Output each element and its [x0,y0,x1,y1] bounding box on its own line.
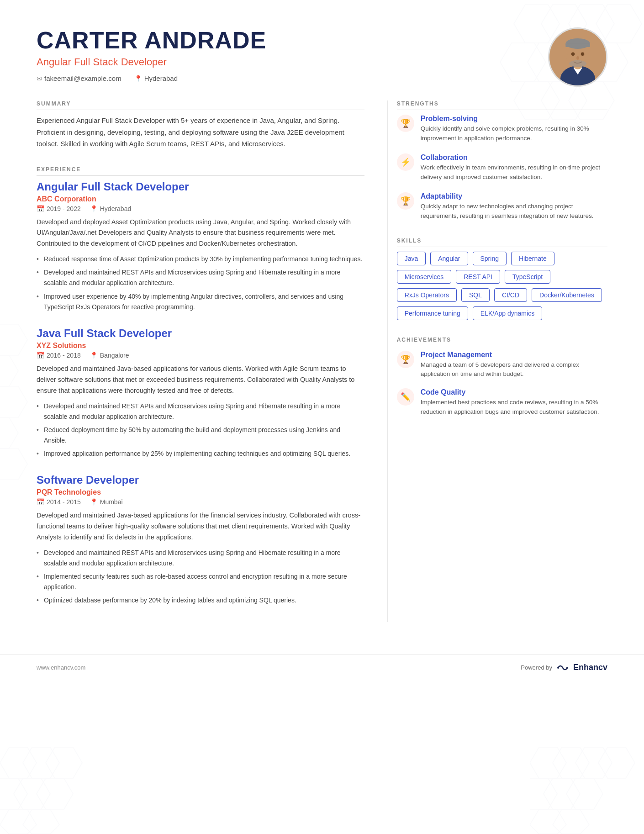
contact-row: ✉ fakeemail@example.com 📍 Hyderabad [37,74,548,82]
trophy-icon-3: 🏆 [397,351,414,368]
location-icon: 📍 [134,75,142,82]
svg-marker-17 [0,809,37,834]
location-contact: 📍 Hyderabad [134,74,178,82]
candidate-name: CARTER ANDRADE [37,27,548,53]
footer: www.enhancv.com Powered by Enhancv [0,654,644,681]
svg-point-44 [564,52,567,58]
exp-desc-1: Developed and deployed Asset Optimizatio… [37,217,364,250]
bullet-item: Improved application performance by 25% … [37,449,364,459]
bullet-item: Developed and maintained REST APIs and M… [37,548,364,569]
svg-marker-13 [46,747,82,778]
exp-entry-3: Software Developer PQR Technologies 📅 20… [37,474,364,606]
bullet-item: Implemented security features such as ro… [37,571,364,592]
footer-brand: Powered by Enhancv [521,663,607,672]
strength-content-2: Collaboration Work effectively in team e… [421,153,607,182]
svg-point-46 [557,667,559,669]
exp-title-1: Angular Full Stack Developer [37,180,364,193]
exp-bullets-2: Developed and maintained REST APIs and M… [37,401,364,459]
bullet-item: Optimized database performance by 20% by… [37,595,364,606]
email-value: fakeemail@example.com [44,74,121,82]
svg-marker-27 [553,809,589,834]
summary-section: SUMMARY Experienced Angular Full Stack D… [37,100,364,150]
trophy-icon-1: 🏆 [397,115,414,132]
skill-angular: Angular [430,252,468,265]
svg-marker-11 [0,747,37,778]
achievement-title-1: Project Management [421,351,607,359]
svg-marker-31 [0,417,18,449]
exp-meta-1: 📅 2019 - 2022 📍 Hyderabad [37,205,364,212]
strength-collaboration: ⚡ Collaboration Work effectively in team… [397,153,607,182]
exp-title-2: Java Full Stack Developer [37,327,364,340]
achievement-desc-2: Implemented best practices and code revi… [421,398,607,417]
svg-point-43 [569,60,586,67]
exp-company-1: ABC Corporation [37,195,364,203]
avatar-image [549,29,606,85]
skill-spring: Spring [473,252,507,265]
skill-restapi: REST API [456,270,500,284]
resume-page: CARTER ANDRADE Angular Full Stack Develo… [0,0,644,834]
skill-performance: Performance tuning [397,306,468,320]
email-contact: ✉ fakeemail@example.com [37,74,121,82]
svg-rect-39 [565,43,590,47]
skill-cicd: CI/CD [494,288,527,302]
exp-bullets-1: Reduced response time of Asset Optimizat… [37,254,364,312]
strength-adaptability: 🏆 Adaptability Quickly adapt to new tech… [397,192,607,221]
location-icon-2: 📍 [90,352,98,359]
skill-sql: SQL [461,288,490,302]
svg-marker-19 [530,747,566,778]
svg-marker-25 [566,778,603,809]
exp-location-2: 📍 Bangalore [90,352,129,359]
resume-header: CARTER ANDRADE Angular Full Stack Develo… [0,0,644,100]
svg-marker-24 [544,778,580,809]
skill-java: Java [397,252,426,265]
skill-typescript: TypeScript [505,270,550,284]
location-icon-3: 📍 [90,498,98,506]
footer-website: www.enhancv.com [37,664,85,671]
svg-marker-22 [598,747,635,778]
skill-rxjs: RxJs Operators [397,288,457,302]
main-layout: SUMMARY Experienced Angular Full Stack D… [0,100,644,649]
candidate-title: Angular Full Stack Developer [37,56,548,68]
svg-point-45 [588,52,592,58]
hex-decoration-bottom-right [530,743,644,834]
email-icon: ✉ [37,75,42,82]
pencil-icon: ✏️ [397,388,414,406]
achievements-section: ACHIEVEMENTS 🏆 Project Management Manage… [397,337,607,417]
bullet-item: Developed and maintained REST APIs and M… [37,401,364,422]
achievement-title-2: Code Quality [421,388,607,396]
exp-title-3: Software Developer [37,474,364,486]
exp-desc-2: Developed and maintained Java-based appl… [37,364,364,396]
location-value: Hyderabad [144,74,178,82]
exp-company-2: XYZ Solutions [37,342,364,350]
bullet-item: Developed and maintained REST APIs and M… [37,267,364,288]
achievement-code-quality: ✏️ Code Quality Implemented best practic… [397,388,607,417]
exp-location-3: 📍 Mumbai [90,498,123,506]
skill-microservices: Microservices [397,270,452,284]
avatar [548,27,607,87]
skill-elk: ELK/App dynamics [473,306,542,320]
svg-marker-32 [0,449,27,480]
header-left: CARTER ANDRADE Angular Full Stack Develo… [37,27,548,82]
strength-desc-2: Work effectively in team environments, r… [421,163,607,182]
svg-point-40 [571,53,575,56]
skill-hibernate: Hibernate [511,252,554,265]
bullet-item: Improved user experience by 40% by imple… [37,291,364,312]
exp-entry-1: Angular Full Stack Developer ABC Corpora… [37,180,364,312]
skills-section: SKILLS Java Angular Spring Hibernate Mic… [397,238,607,320]
svg-marker-20 [553,747,589,778]
right-column: STRENGTHS 🏆 Problem-solving Quickly iden… [387,100,607,622]
svg-marker-30 [0,386,27,417]
svg-marker-26 [530,809,566,834]
svg-marker-15 [14,778,50,809]
svg-point-47 [566,667,568,669]
exp-meta-3: 📅 2014 - 2015 📍 Mumbai [37,498,364,506]
svg-marker-16 [37,778,73,809]
left-column: SUMMARY Experienced Angular Full Stack D… [37,100,387,622]
achievement-content-2: Code Quality Implemented best practices … [421,388,607,417]
exp-company-3: PQR Technologies [37,488,364,496]
svg-marker-29 [0,355,18,386]
svg-marker-21 [575,747,612,778]
exp-date-1: 📅 2019 - 2022 [37,205,81,212]
exp-desc-3: Developed and maintained Java-based appl… [37,510,364,543]
strength-content-3: Adaptability Quickly adapt to new techno… [421,192,607,221]
